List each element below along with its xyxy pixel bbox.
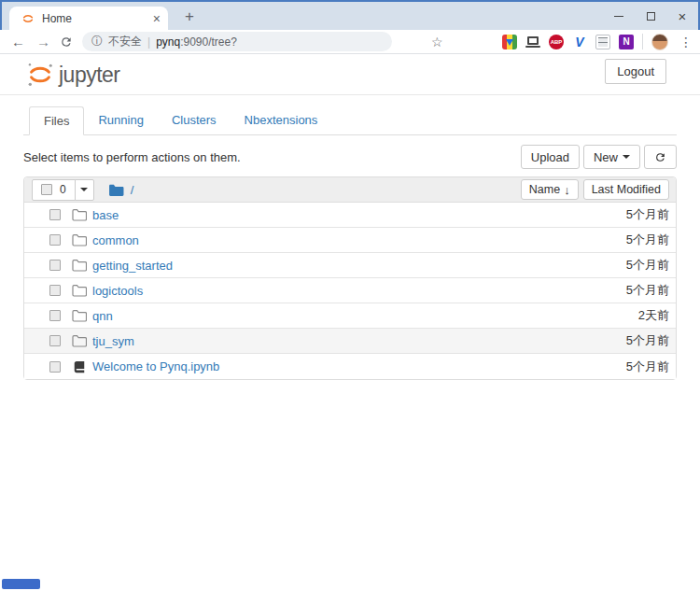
- adblock-extension-icon[interactable]: ABP: [549, 35, 564, 49]
- jupyter-logo-text: jupyter: [59, 63, 120, 88]
- tab-nbextensions[interactable]: Nbextensions: [231, 106, 332, 135]
- new-tab-button[interactable]: +: [177, 5, 202, 29]
- jupyter-logo[interactable]: jupyter: [26, 61, 120, 89]
- window-controls: ×: [603, 2, 698, 30]
- tab-files[interactable]: Files: [29, 106, 84, 135]
- last-modified-value: 5个月前: [626, 282, 676, 299]
- address-bar[interactable]: ⓘ 不安全 | pynq :9090/tree?: [82, 32, 392, 51]
- status-fragment: [2, 579, 40, 589]
- jupyter-logo-icon: [26, 61, 54, 89]
- profile-avatar[interactable]: [651, 34, 668, 50]
- onenote-extension-icon[interactable]: N: [619, 35, 634, 49]
- laptop-extension-icon[interactable]: [525, 35, 540, 49]
- main-container: Files Running Clusters Nbextensions Sele…: [23, 106, 677, 380]
- row-checkbox[interactable]: [49, 310, 61, 321]
- tab-clusters[interactable]: Clusters: [158, 106, 231, 135]
- file-link[interactable]: common: [92, 233, 139, 247]
- row-icon: [72, 284, 87, 297]
- breadcrumb-folder-icon: [108, 183, 124, 197]
- tab-running[interactable]: Running: [84, 106, 157, 135]
- select-all-group: 0: [32, 179, 94, 201]
- action-buttons: Upload New: [521, 145, 677, 169]
- browser-tab-strip: Home × + ×: [0, 2, 700, 30]
- row-checkbox[interactable]: [49, 285, 61, 296]
- forward-icon[interactable]: →: [36, 30, 50, 53]
- folder-icon: [72, 259, 87, 272]
- file-list-rows: base 5个月前 common 5个月前 getting_started 5个…: [24, 203, 676, 379]
- table-row: logictools 5个月前: [24, 278, 676, 303]
- row-checkbox[interactable]: [49, 361, 61, 373]
- row-checkbox[interactable]: [49, 234, 61, 246]
- row-checkbox[interactable]: [49, 260, 61, 271]
- close-window-icon[interactable]: ×: [666, 2, 698, 30]
- sort-modified-button[interactable]: Last Modified: [583, 179, 669, 200]
- bookmark-star-icon[interactable]: ☆: [431, 30, 443, 53]
- table-row: tju_sym 5个月前: [24, 329, 676, 354]
- table-row: common 5个月前: [24, 228, 676, 253]
- last-modified-value: 5个月前: [626, 232, 676, 248]
- sort-direction-icon: ↓: [564, 183, 570, 197]
- file-link[interactable]: logictools: [92, 284, 143, 298]
- row-icon: [72, 208, 87, 221]
- jupyter-tabs: Files Running Clusters Nbextensions: [23, 106, 677, 135]
- browser-refresh-icon[interactable]: [60, 30, 73, 53]
- row-icon: [72, 259, 87, 272]
- file-link[interactable]: tju_sym: [92, 334, 134, 348]
- close-tab-icon[interactable]: ×: [153, 12, 161, 25]
- row-icon: [72, 334, 87, 347]
- table-row: Welcome to Pynq.ipynb 5个月前: [24, 354, 676, 379]
- extension-icons: ABP V N ⋮: [502, 30, 695, 53]
- select-all-button[interactable]: 0: [32, 179, 76, 201]
- row-icon: [72, 360, 87, 373]
- download-extension-icon[interactable]: [502, 35, 517, 49]
- browser-tab-title: Home: [42, 12, 153, 25]
- last-modified-value: 5个月前: [626, 206, 676, 223]
- selected-count: 0: [60, 183, 66, 196]
- refresh-list-button[interactable]: [644, 145, 677, 169]
- notebook-icon: [73, 360, 86, 373]
- sort-name-button[interactable]: Name ↓: [521, 179, 579, 200]
- browser-menu-icon[interactable]: ⋮: [677, 35, 695, 49]
- logout-button[interactable]: Logout: [605, 59, 666, 84]
- select-all-checkbox[interactable]: [41, 184, 52, 195]
- toolbar-separator: [642, 34, 643, 49]
- notes-extension-icon[interactable]: [595, 35, 610, 49]
- new-label: New: [594, 150, 618, 164]
- page-info-icon[interactable]: ⓘ: [91, 34, 103, 49]
- folder-icon: [72, 233, 87, 246]
- row-icon: [72, 233, 87, 246]
- url-host: pynq: [156, 35, 180, 49]
- back-icon[interactable]: ←: [11, 30, 25, 53]
- upload-button[interactable]: Upload: [521, 145, 580, 169]
- folder-icon: [72, 284, 87, 297]
- url-path: :9090/tree?: [180, 35, 237, 49]
- jupyter-favicon-icon: [21, 12, 35, 25]
- table-row: qnn 2天前: [24, 303, 676, 329]
- row-checkbox[interactable]: [49, 335, 61, 346]
- maximize-icon[interactable]: [635, 2, 666, 30]
- select-items-hint: Select items to perform actions on them.: [23, 150, 241, 164]
- minimize-icon[interactable]: [603, 2, 635, 30]
- url-separator: |: [147, 35, 150, 49]
- table-row: getting_started 5个月前: [24, 253, 676, 278]
- file-list: 0 / Name ↓ Last Modified: [23, 176, 677, 380]
- select-dropdown-button[interactable]: [75, 179, 94, 201]
- security-label: 不安全: [108, 34, 142, 49]
- last-modified-value: 5个月前: [626, 332, 676, 349]
- row-icon: [72, 309, 87, 322]
- file-link[interactable]: base: [92, 208, 119, 222]
- breadcrumb-root-link[interactable]: /: [131, 183, 134, 197]
- file-list-header: 0 / Name ↓ Last Modified: [24, 177, 676, 203]
- folder-icon: [72, 208, 87, 221]
- action-row: Select items to perform actions on them.…: [23, 145, 677, 169]
- row-checkbox[interactable]: [49, 209, 61, 220]
- file-link[interactable]: qnn: [92, 309, 113, 323]
- new-dropdown-button[interactable]: New: [583, 145, 640, 169]
- last-modified-value: 5个月前: [626, 257, 676, 274]
- file-link[interactable]: Welcome to Pynq.ipynb: [92, 359, 219, 373]
- table-row: base 5个月前: [24, 203, 676, 228]
- v-extension-icon[interactable]: V: [572, 35, 587, 49]
- browser-tab[interactable]: Home ×: [9, 7, 168, 30]
- file-link[interactable]: getting_started: [92, 259, 173, 273]
- browser-toolbar: ← → ⓘ 不安全 | pynq :9090/tree? ☆ ABP V N ⋮: [0, 30, 700, 54]
